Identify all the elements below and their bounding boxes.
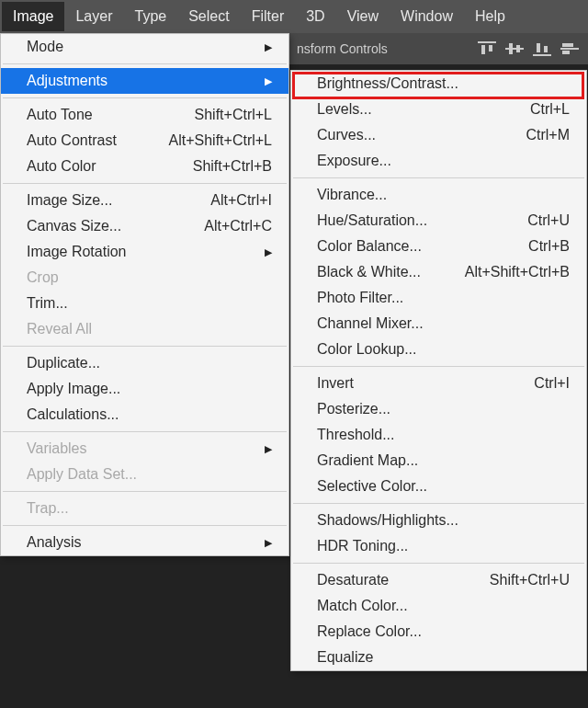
menu-item-hue-saturation[interactable]: Hue/Saturation...Ctrl+U <box>291 208 586 234</box>
menu-item-equalize[interactable]: Equalize <box>291 645 586 670</box>
menu-item-label: Channel Mixer... <box>317 315 570 332</box>
menu-item-calculations[interactable]: Calculations... <box>1 402 288 428</box>
menu-item-gradient-map[interactable]: Gradient Map... <box>291 448 586 474</box>
align-bottom-icon[interactable] <box>531 40 553 58</box>
menubar-item-filter[interactable]: Filter <box>241 2 296 31</box>
menu-item-channel-mixer[interactable]: Channel Mixer... <box>291 311 586 337</box>
svg-rect-3 <box>505 48 524 50</box>
svg-rect-7 <box>537 43 540 52</box>
menu-item-vibrance[interactable]: Vibrance... <box>291 182 586 208</box>
menu-separator <box>3 63 287 64</box>
menu-item-mode[interactable]: Mode▶ <box>1 34 288 60</box>
align-left-icon[interactable] <box>559 40 581 58</box>
align-top-icon[interactable] <box>476 40 498 58</box>
submenu-arrow-icon: ▶ <box>265 246 272 258</box>
menu-separator <box>293 366 584 367</box>
submenu-arrow-icon: ▶ <box>265 537 272 549</box>
menu-item-label: Match Color... <box>317 598 570 614</box>
submenu-arrow-icon: ▶ <box>265 443 272 455</box>
menu-item-invert[interactable]: InvertCtrl+I <box>291 371 586 396</box>
menubar-item-help[interactable]: Help <box>464 2 516 31</box>
menu-item-levels[interactable]: Levels...Ctrl+L <box>291 97 586 122</box>
svg-rect-6 <box>533 54 551 56</box>
menu-item-label: Hue/Saturation... <box>317 212 527 229</box>
menubar-item-select[interactable]: Select <box>177 2 240 31</box>
align-vcenter-icon[interactable] <box>503 40 526 58</box>
menu-item-reveal-all: Reveal All <box>1 316 288 342</box>
menu-item-label: Replace Color... <box>317 623 570 640</box>
menu-item-photo-filter[interactable]: Photo Filter... <box>291 285 586 311</box>
menubar-item-image[interactable]: Image <box>2 2 64 31</box>
menu-item-trim[interactable]: Trim... <box>1 291 288 316</box>
menu-item-shortcut: Alt+Shift+Ctrl+L <box>169 132 273 149</box>
menu-item-shortcut: Ctrl+I <box>534 375 570 392</box>
menu-item-brightness-contrast[interactable]: Brightness/Contrast... <box>291 71 586 97</box>
menu-item-label: Brightness/Contrast... <box>317 75 570 92</box>
menu-item-auto-contrast[interactable]: Auto ContrastAlt+Shift+Ctrl+L <box>1 128 288 154</box>
menu-separator <box>3 525 287 526</box>
menu-item-black-white[interactable]: Black & White...Alt+Shift+Ctrl+B <box>291 259 586 285</box>
submenu-arrow-icon: ▶ <box>265 41 272 53</box>
menu-separator <box>3 346 287 347</box>
svg-rect-2 <box>489 45 492 51</box>
menu-item-image-size[interactable]: Image Size...Alt+Ctrl+I <box>1 188 288 213</box>
menu-item-threshold[interactable]: Threshold... <box>291 422 586 448</box>
menu-item-label: Threshold... <box>317 427 570 443</box>
menu-item-label: Desaturate <box>317 572 490 588</box>
menu-item-analysis[interactable]: Analysis▶ <box>1 530 288 555</box>
menu-item-apply-data-set: Apply Data Set... <box>1 462 288 487</box>
menu-separator <box>293 563 584 564</box>
menu-item-label: Adjustments <box>27 73 257 89</box>
menu-item-label: Exposure... <box>317 153 570 169</box>
menubar-item-layer[interactable]: Layer <box>64 2 123 31</box>
svg-rect-0 <box>478 41 496 43</box>
menu-item-match-color[interactable]: Match Color... <box>291 593 586 619</box>
menu-item-shortcut: Ctrl+B <box>528 238 570 255</box>
menu-item-replace-color[interactable]: Replace Color... <box>291 619 586 645</box>
menu-item-adjustments[interactable]: Adjustments▶ <box>1 68 288 94</box>
menu-item-posterize[interactable]: Posterize... <box>291 396 586 422</box>
menu-item-label: Calculations... <box>27 406 272 423</box>
menubar-item-3d[interactable]: 3D <box>295 2 335 31</box>
menu-item-auto-tone[interactable]: Auto ToneShift+Ctrl+L <box>1 102 288 128</box>
menu-item-label: Image Rotation <box>27 244 257 260</box>
menu-item-hdr-toning[interactable]: HDR Toning... <box>291 533 586 559</box>
menu-item-canvas-size[interactable]: Canvas Size...Alt+Ctrl+C <box>1 213 288 239</box>
menu-item-label: Analysis <box>27 534 257 551</box>
submenu-arrow-icon: ▶ <box>265 75 272 87</box>
menu-item-duplicate[interactable]: Duplicate... <box>1 350 288 376</box>
menu-item-color-lookup[interactable]: Color Lookup... <box>291 337 586 362</box>
menu-item-label: Invert <box>317 375 534 392</box>
menu-item-label: Image Size... <box>27 192 210 209</box>
menubar-item-window[interactable]: Window <box>390 2 464 31</box>
svg-rect-10 <box>562 43 573 47</box>
menu-separator <box>3 183 287 184</box>
image-menu-dropdown: Mode▶Adjustments▶Auto ToneShift+Ctrl+LAu… <box>0 33 289 556</box>
menu-item-trap: Trap... <box>1 496 288 521</box>
menu-item-color-balance[interactable]: Color Balance...Ctrl+B <box>291 234 586 259</box>
menu-item-selective-color[interactable]: Selective Color... <box>291 474 586 499</box>
menu-item-label: Auto Contrast <box>27 132 169 149</box>
menu-item-label: Selective Color... <box>317 478 570 495</box>
menu-item-image-rotation[interactable]: Image Rotation▶ <box>1 239 288 265</box>
menu-item-label: HDR Toning... <box>317 538 570 554</box>
menu-item-auto-color[interactable]: Auto ColorShift+Ctrl+B <box>1 154 288 179</box>
menu-item-label: Posterize... <box>317 401 570 417</box>
menu-item-apply-image[interactable]: Apply Image... <box>1 376 288 402</box>
menu-separator <box>3 491 287 492</box>
svg-rect-1 <box>481 45 485 54</box>
menu-item-desaturate[interactable]: DesaturateShift+Ctrl+U <box>291 567 586 593</box>
menu-item-label: Curves... <box>317 127 526 143</box>
menu-item-exposure[interactable]: Exposure... <box>291 148 586 174</box>
menu-item-label: Shadows/Highlights... <box>317 512 570 529</box>
adjustments-submenu: Brightness/Contrast...Levels...Ctrl+LCur… <box>290 70 587 671</box>
svg-rect-11 <box>562 51 570 54</box>
menubar-item-view[interactable]: View <box>336 2 390 31</box>
menubar-item-type[interactable]: Type <box>124 2 178 31</box>
menu-item-curves[interactable]: Curves...Ctrl+M <box>291 122 586 148</box>
menu-item-shadows-highlights[interactable]: Shadows/Highlights... <box>291 508 586 533</box>
menu-item-label: Black & White... <box>317 264 465 280</box>
menu-item-label: Levels... <box>317 101 530 118</box>
menu-item-label: Canvas Size... <box>27 218 204 234</box>
menu-item-label: Color Balance... <box>317 238 528 255</box>
